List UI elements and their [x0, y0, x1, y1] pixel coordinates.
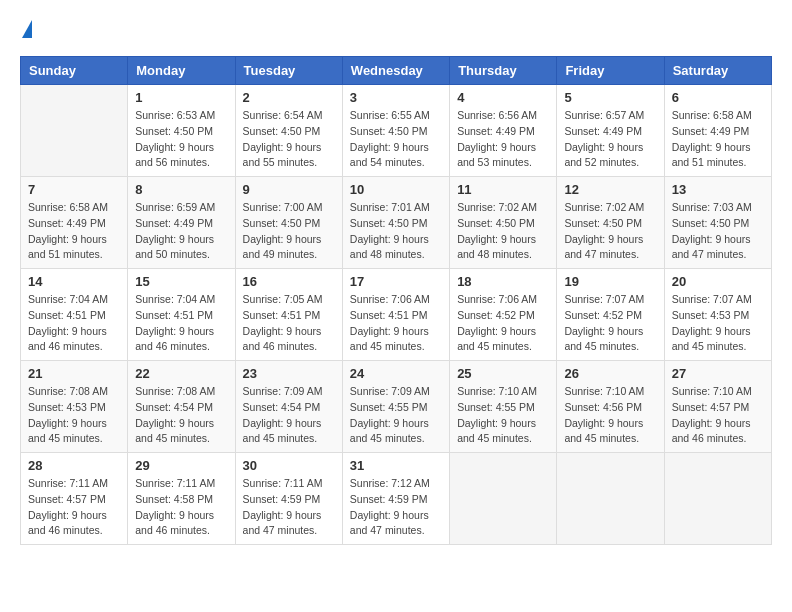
calendar-cell: 4Sunrise: 6:56 AMSunset: 4:49 PMDaylight…	[450, 85, 557, 177]
calendar-cell: 6Sunrise: 6:58 AMSunset: 4:49 PMDaylight…	[664, 85, 771, 177]
day-header-sunday: Sunday	[21, 57, 128, 85]
day-info: Sunrise: 7:10 AMSunset: 4:56 PMDaylight:…	[564, 384, 656, 447]
calendar-week-row: 28Sunrise: 7:11 AMSunset: 4:57 PMDayligh…	[21, 453, 772, 545]
calendar-cell	[664, 453, 771, 545]
day-number: 25	[457, 366, 549, 381]
calendar-cell	[557, 453, 664, 545]
day-header-thursday: Thursday	[450, 57, 557, 85]
calendar-header-row: SundayMondayTuesdayWednesdayThursdayFrid…	[21, 57, 772, 85]
day-info: Sunrise: 7:01 AMSunset: 4:50 PMDaylight:…	[350, 200, 442, 263]
day-number: 23	[243, 366, 335, 381]
day-info: Sunrise: 7:11 AMSunset: 4:57 PMDaylight:…	[28, 476, 120, 539]
day-header-tuesday: Tuesday	[235, 57, 342, 85]
calendar-week-row: 21Sunrise: 7:08 AMSunset: 4:53 PMDayligh…	[21, 361, 772, 453]
day-number: 31	[350, 458, 442, 473]
day-number: 10	[350, 182, 442, 197]
day-number: 2	[243, 90, 335, 105]
calendar-cell: 13Sunrise: 7:03 AMSunset: 4:50 PMDayligh…	[664, 177, 771, 269]
day-number: 14	[28, 274, 120, 289]
calendar-cell: 1Sunrise: 6:53 AMSunset: 4:50 PMDaylight…	[128, 85, 235, 177]
calendar-cell: 3Sunrise: 6:55 AMSunset: 4:50 PMDaylight…	[342, 85, 449, 177]
day-number: 13	[672, 182, 764, 197]
day-info: Sunrise: 7:08 AMSunset: 4:53 PMDaylight:…	[28, 384, 120, 447]
day-number: 12	[564, 182, 656, 197]
day-header-monday: Monday	[128, 57, 235, 85]
logo-triangle-icon	[22, 20, 32, 38]
day-info: Sunrise: 7:11 AMSunset: 4:58 PMDaylight:…	[135, 476, 227, 539]
day-info: Sunrise: 7:02 AMSunset: 4:50 PMDaylight:…	[564, 200, 656, 263]
day-number: 26	[564, 366, 656, 381]
page-header	[20, 20, 772, 40]
calendar-cell: 29Sunrise: 7:11 AMSunset: 4:58 PMDayligh…	[128, 453, 235, 545]
calendar-cell: 8Sunrise: 6:59 AMSunset: 4:49 PMDaylight…	[128, 177, 235, 269]
day-info: Sunrise: 7:10 AMSunset: 4:57 PMDaylight:…	[672, 384, 764, 447]
day-number: 8	[135, 182, 227, 197]
day-info: Sunrise: 6:58 AMSunset: 4:49 PMDaylight:…	[672, 108, 764, 171]
day-info: Sunrise: 6:54 AMSunset: 4:50 PMDaylight:…	[243, 108, 335, 171]
day-info: Sunrise: 7:02 AMSunset: 4:50 PMDaylight:…	[457, 200, 549, 263]
calendar-cell: 21Sunrise: 7:08 AMSunset: 4:53 PMDayligh…	[21, 361, 128, 453]
day-number: 19	[564, 274, 656, 289]
calendar-cell: 15Sunrise: 7:04 AMSunset: 4:51 PMDayligh…	[128, 269, 235, 361]
calendar-cell: 20Sunrise: 7:07 AMSunset: 4:53 PMDayligh…	[664, 269, 771, 361]
calendar-cell	[450, 453, 557, 545]
day-header-wednesday: Wednesday	[342, 57, 449, 85]
calendar-cell: 26Sunrise: 7:10 AMSunset: 4:56 PMDayligh…	[557, 361, 664, 453]
calendar-cell: 9Sunrise: 7:00 AMSunset: 4:50 PMDaylight…	[235, 177, 342, 269]
day-number: 7	[28, 182, 120, 197]
day-number: 24	[350, 366, 442, 381]
calendar-cell: 11Sunrise: 7:02 AMSunset: 4:50 PMDayligh…	[450, 177, 557, 269]
calendar-cell: 2Sunrise: 6:54 AMSunset: 4:50 PMDaylight…	[235, 85, 342, 177]
day-number: 20	[672, 274, 764, 289]
day-number: 22	[135, 366, 227, 381]
calendar-cell: 31Sunrise: 7:12 AMSunset: 4:59 PMDayligh…	[342, 453, 449, 545]
calendar-cell: 16Sunrise: 7:05 AMSunset: 4:51 PMDayligh…	[235, 269, 342, 361]
day-info: Sunrise: 7:05 AMSunset: 4:51 PMDaylight:…	[243, 292, 335, 355]
day-number: 6	[672, 90, 764, 105]
day-info: Sunrise: 7:07 AMSunset: 4:52 PMDaylight:…	[564, 292, 656, 355]
day-info: Sunrise: 7:09 AMSunset: 4:54 PMDaylight:…	[243, 384, 335, 447]
calendar-cell: 12Sunrise: 7:02 AMSunset: 4:50 PMDayligh…	[557, 177, 664, 269]
calendar-cell: 23Sunrise: 7:09 AMSunset: 4:54 PMDayligh…	[235, 361, 342, 453]
day-info: Sunrise: 6:58 AMSunset: 4:49 PMDaylight:…	[28, 200, 120, 263]
day-info: Sunrise: 7:03 AMSunset: 4:50 PMDaylight:…	[672, 200, 764, 263]
day-number: 9	[243, 182, 335, 197]
day-number: 30	[243, 458, 335, 473]
day-info: Sunrise: 7:00 AMSunset: 4:50 PMDaylight:…	[243, 200, 335, 263]
day-info: Sunrise: 7:08 AMSunset: 4:54 PMDaylight:…	[135, 384, 227, 447]
day-number: 11	[457, 182, 549, 197]
day-info: Sunrise: 6:59 AMSunset: 4:49 PMDaylight:…	[135, 200, 227, 263]
calendar-cell: 18Sunrise: 7:06 AMSunset: 4:52 PMDayligh…	[450, 269, 557, 361]
day-number: 28	[28, 458, 120, 473]
logo	[20, 20, 32, 40]
day-info: Sunrise: 7:04 AMSunset: 4:51 PMDaylight:…	[135, 292, 227, 355]
calendar-cell: 30Sunrise: 7:11 AMSunset: 4:59 PMDayligh…	[235, 453, 342, 545]
day-number: 15	[135, 274, 227, 289]
day-info: Sunrise: 6:57 AMSunset: 4:49 PMDaylight:…	[564, 108, 656, 171]
calendar-cell: 25Sunrise: 7:10 AMSunset: 4:55 PMDayligh…	[450, 361, 557, 453]
calendar-week-row: 14Sunrise: 7:04 AMSunset: 4:51 PMDayligh…	[21, 269, 772, 361]
calendar-cell: 5Sunrise: 6:57 AMSunset: 4:49 PMDaylight…	[557, 85, 664, 177]
day-number: 27	[672, 366, 764, 381]
day-number: 29	[135, 458, 227, 473]
calendar-cell: 28Sunrise: 7:11 AMSunset: 4:57 PMDayligh…	[21, 453, 128, 545]
day-number: 21	[28, 366, 120, 381]
day-info: Sunrise: 7:10 AMSunset: 4:55 PMDaylight:…	[457, 384, 549, 447]
day-header-friday: Friday	[557, 57, 664, 85]
calendar-cell: 10Sunrise: 7:01 AMSunset: 4:50 PMDayligh…	[342, 177, 449, 269]
day-info: Sunrise: 7:06 AMSunset: 4:51 PMDaylight:…	[350, 292, 442, 355]
calendar-week-row: 1Sunrise: 6:53 AMSunset: 4:50 PMDaylight…	[21, 85, 772, 177]
day-info: Sunrise: 7:04 AMSunset: 4:51 PMDaylight:…	[28, 292, 120, 355]
day-number: 3	[350, 90, 442, 105]
calendar-table: SundayMondayTuesdayWednesdayThursdayFrid…	[20, 56, 772, 545]
day-number: 17	[350, 274, 442, 289]
calendar-cell: 7Sunrise: 6:58 AMSunset: 4:49 PMDaylight…	[21, 177, 128, 269]
calendar-cell: 19Sunrise: 7:07 AMSunset: 4:52 PMDayligh…	[557, 269, 664, 361]
day-info: Sunrise: 6:55 AMSunset: 4:50 PMDaylight:…	[350, 108, 442, 171]
day-number: 16	[243, 274, 335, 289]
day-info: Sunrise: 6:53 AMSunset: 4:50 PMDaylight:…	[135, 108, 227, 171]
calendar-cell: 14Sunrise: 7:04 AMSunset: 4:51 PMDayligh…	[21, 269, 128, 361]
day-info: Sunrise: 7:09 AMSunset: 4:55 PMDaylight:…	[350, 384, 442, 447]
day-number: 18	[457, 274, 549, 289]
day-info: Sunrise: 7:06 AMSunset: 4:52 PMDaylight:…	[457, 292, 549, 355]
